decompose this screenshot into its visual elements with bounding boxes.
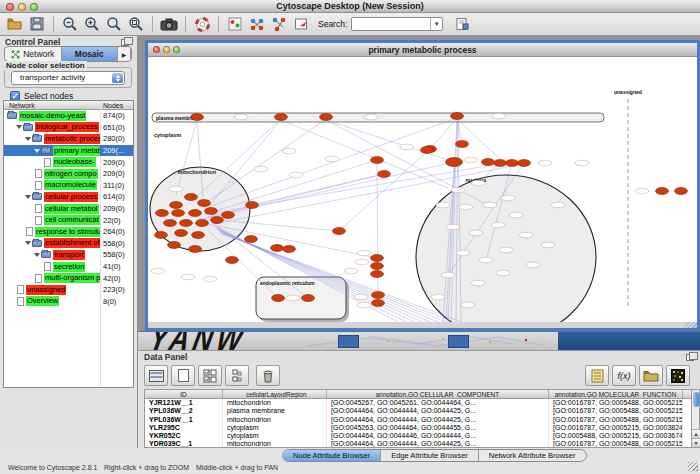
tree-expand-arrow-icon[interactable] xyxy=(34,149,40,153)
tree-row[interactable]: cellular metabol209(0) xyxy=(4,203,133,215)
tree-row[interactable]: cellular process614(0) xyxy=(4,191,133,203)
table-row[interactable]: YPL036W__1mitochondrion[GO:0044464, GO:0… xyxy=(145,416,691,424)
tree-expand-arrow-icon[interactable] xyxy=(34,253,40,257)
attribute-table[interactable]: ID_cellularLayoutRegionannotation.GO CEL… xyxy=(144,389,692,448)
vizmapper-button[interactable] xyxy=(224,14,246,34)
tree-row[interactable]: transport558(0) xyxy=(4,249,133,261)
tree-row-node-count: 874(0) xyxy=(103,111,125,120)
tree-row-label: secretion xyxy=(53,262,85,272)
attribute-matrix-button[interactable] xyxy=(225,365,249,386)
network-node xyxy=(675,188,688,195)
tree-expand-arrow-icon[interactable] xyxy=(25,137,31,141)
search-dropdown-arrow-icon[interactable]: ▼ xyxy=(430,18,442,30)
tree-row[interactable]: nucleobase-209(0) xyxy=(4,156,133,168)
tree-row-node-count: 614(0) xyxy=(103,192,125,201)
table-column-header[interactable]: annotation.GO MOLECULAR_FUNCTION xyxy=(549,390,683,398)
network-node xyxy=(192,232,205,239)
network-window[interactable]: primary metabolic process plasma membran… xyxy=(145,40,700,331)
tree-row[interactable]: multi-organism pro42(0) xyxy=(4,272,133,284)
zoom-fit-button[interactable] xyxy=(125,14,147,34)
network-label-node xyxy=(400,144,414,150)
snapshot-button[interactable] xyxy=(158,14,180,34)
attribute-checklist-button[interactable] xyxy=(198,365,222,386)
tree-row[interactable]: metabolic process280(0) xyxy=(4,133,133,145)
search-config-button[interactable] xyxy=(451,14,473,34)
table-row[interactable]: YJR121W__1mitochondrion[GO:0045267, GO:0… xyxy=(145,399,691,407)
node-color-combobox[interactable]: transporter activity xyxy=(11,71,125,85)
tab-network-attribute-browser[interactable]: Network Attribute Browser xyxy=(479,450,586,461)
delete-attribute-button[interactable] xyxy=(256,365,280,386)
zoom-out-button[interactable] xyxy=(59,14,81,34)
tree-row[interactable]: unassigned223(0) xyxy=(4,284,133,296)
tree-row[interactable]: cell communicat22(0) xyxy=(4,214,133,226)
tree-row[interactable]: establishment of lo558(0) xyxy=(4,238,133,250)
float-panel-icon[interactable] xyxy=(121,39,129,46)
tree-expand-arrow-icon[interactable] xyxy=(25,241,31,245)
folder-icon xyxy=(23,124,33,131)
file-icon xyxy=(35,169,42,178)
file-icon xyxy=(35,274,42,283)
tree-row[interactable]: macromolecule311(0) xyxy=(4,180,133,192)
table-row[interactable]: YKR052Ccytoplasm[GO:0044464, GO:0044446,… xyxy=(145,432,691,440)
table-cell: YPL036W__2 xyxy=(145,407,223,415)
network-canvas[interactable]: plasma membranecytoplasmmitochondrionnuc… xyxy=(148,57,697,322)
tab-network[interactable]: Network xyxy=(5,47,62,61)
table-row[interactable]: YLR295Ccytoplasm[GO:0045263, GO:0044464,… xyxy=(145,424,691,432)
select-first-neighbors-button[interactable] xyxy=(246,14,268,34)
table-cell: plasma membrane xyxy=(223,407,327,415)
network-node xyxy=(172,210,185,217)
table-column-header[interactable]: _cellularLayoutRegion xyxy=(223,390,327,398)
tree-row[interactable]: nitrogen compo209(0) xyxy=(4,168,133,180)
network-window-titlebar[interactable]: primary metabolic process xyxy=(148,43,697,57)
create-network-from-selection-button[interactable] xyxy=(268,14,290,34)
zoom-in-button[interactable] xyxy=(81,14,103,34)
scroll-down-button[interactable]: ▼ xyxy=(692,438,700,447)
heatmap-button[interactable] xyxy=(666,365,690,386)
tree-expand-arrow-icon[interactable] xyxy=(25,195,31,199)
network-label-node xyxy=(254,166,268,172)
background-window-strip[interactable]: YANW xyxy=(138,331,700,350)
app-resize-grip[interactable] xyxy=(688,462,698,471)
tree-expand-arrow-icon[interactable] xyxy=(16,125,22,129)
window-resize-grip[interactable] xyxy=(685,322,697,328)
table-scrollbar[interactable]: ▲ ▼ xyxy=(691,389,700,448)
annotation-button[interactable] xyxy=(290,14,312,34)
data-panel-float-icon[interactable] xyxy=(686,354,694,361)
tree-row[interactable]: mosaic-demo-yeast874(0) xyxy=(4,110,133,122)
table-column-header[interactable]: annotation.GO CELLULAR_COMPONENT xyxy=(327,390,549,398)
tree-row-node-count: 22(0) xyxy=(103,216,121,225)
import-attributes-button[interactable] xyxy=(639,365,663,386)
tab-node-attribute-browser[interactable]: Node Attribute Browser xyxy=(283,450,381,461)
tree-row[interactable]: biological_process651(0) xyxy=(4,122,133,134)
tree-row[interactable]: Overview8(0) xyxy=(4,296,133,308)
file-icon xyxy=(26,227,33,236)
tree-row[interactable]: secretion41(0) xyxy=(4,261,133,273)
help-button[interactable] xyxy=(191,14,213,34)
tree-row-label: macromolecule xyxy=(44,180,97,190)
save-session-button[interactable] xyxy=(26,14,48,34)
scrollbar-thumb[interactable] xyxy=(693,392,699,407)
scroll-up-button[interactable]: ▲ xyxy=(692,429,700,438)
zoom-selected-button[interactable] xyxy=(103,14,125,34)
tab-overflow-arrow[interactable]: ▶ xyxy=(118,47,131,61)
attribute-notes-button[interactable] xyxy=(585,365,609,386)
tree-row[interactable]: primary metabo209(... xyxy=(4,145,133,157)
network-tab-icon xyxy=(11,50,20,59)
tab-mosaic[interactable]: Mosaic xyxy=(62,47,119,61)
function-builder-button[interactable]: f(x) xyxy=(612,365,636,386)
tree-row[interactable]: response to stimulu264(0) xyxy=(4,226,133,238)
status-zoom-hint: Right-click + drag to ZOOM xyxy=(104,464,189,471)
select-attributes-button[interactable] xyxy=(144,365,168,386)
folder-icon xyxy=(41,251,51,258)
open-file-button[interactable] xyxy=(4,14,26,34)
table-column-header[interactable]: ID xyxy=(145,390,223,398)
new-attribute-button[interactable] xyxy=(171,365,195,386)
network-label-node xyxy=(519,232,533,238)
network-node xyxy=(494,160,507,167)
control-panel-tabs: Network Mosaic ▶ xyxy=(4,46,132,62)
tab-edge-attribute-browser[interactable]: Edge Attribute Browser xyxy=(381,450,479,461)
search-input[interactable] xyxy=(354,18,428,30)
network-node xyxy=(506,160,519,167)
table-row[interactable]: YDR039C__1mitochondrion[GO:0044464, GO:0… xyxy=(145,440,691,448)
table-row[interactable]: YPL036W__2plasma membrane[GO:0044464, GO… xyxy=(145,407,691,415)
